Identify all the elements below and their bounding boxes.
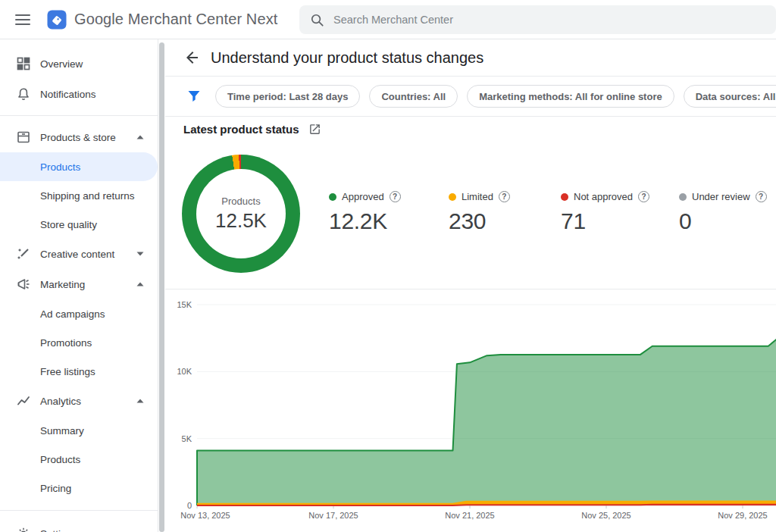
product-status-donut-chart[interactable]: Products 12.5K — [182, 155, 300, 273]
legend-item-approved: Approved ? 12.2K — [329, 191, 401, 234]
page-title: Understand your product status changes — [211, 49, 483, 67]
help-icon[interactable]: ? — [756, 191, 767, 202]
sidebar-item-free-listings[interactable]: Free listings — [0, 357, 158, 386]
filter-chip-countries[interactable]: Countries: All — [369, 85, 458, 108]
sidebar-item-shipping-and-returns[interactable]: Shipping and returns — [0, 181, 158, 210]
sidebar-item-summary[interactable]: Summary — [0, 416, 158, 445]
sidebar-item-creative-content[interactable]: Creative content — [0, 239, 158, 269]
vertical-scrollbar[interactable] — [159, 42, 164, 532]
svg-text:15K: 15K — [177, 300, 192, 309]
svg-text:Nov 13, 2025: Nov 13, 2025 — [180, 511, 230, 520]
divider — [165, 116, 776, 117]
help-icon[interactable]: ? — [638, 191, 649, 202]
sidebar-item-label: Settings — [40, 528, 77, 532]
sidebar-item-label: Summary — [40, 425, 84, 437]
app-title: Google Merchant Center Next — [74, 11, 277, 28]
store-box-icon — [17, 130, 30, 144]
sidebar-item-products-and-store[interactable]: Products & store — [0, 122, 158, 152]
svg-text:Nov 17, 2025: Nov 17, 2025 — [308, 511, 358, 520]
filter-chip-time-period[interactable]: Time period: Last 28 days — [215, 85, 360, 108]
limited-dot-icon — [449, 193, 456, 201]
filter-chip-data-sources[interactable]: Data sources: All — [684, 85, 776, 108]
search-bar[interactable] — [299, 5, 776, 34]
sidebar-item-settings[interactable]: Settings — [0, 518, 158, 532]
svg-text:Nov 21, 2025: Nov 21, 2025 — [445, 511, 494, 520]
back-arrow-icon[interactable] — [183, 49, 202, 67]
menu-icon[interactable] — [15, 14, 30, 25]
merchant-center-logo-icon — [47, 10, 67, 30]
sidebar-item-label: Store quality — [40, 219, 97, 230]
sidebar-item-analytics-products[interactable]: Products — [0, 445, 158, 474]
sidebar-item-ad-campaigns[interactable]: Ad campaigns — [0, 299, 158, 328]
svg-text:5K: 5K — [182, 434, 192, 443]
sidebar-item-analytics[interactable]: Analytics — [0, 386, 158, 416]
donut-center: Products 12.5K — [196, 169, 286, 258]
sidebar-item-store-quality[interactable]: Store quality — [0, 210, 158, 239]
sidebar-item-label: Shipping and returns — [40, 190, 135, 202]
sidebar-nav: Overview Notifications Products & store … — [0, 39, 158, 532]
magic-pen-icon — [17, 247, 30, 261]
bell-icon — [17, 87, 30, 101]
top-app-bar: Google Merchant Center Next — [0, 0, 776, 39]
page-header: Understand your product status changes — [165, 39, 776, 76]
legend-value: 230 — [449, 208, 510, 234]
legend-value: 12.2K — [329, 208, 401, 234]
sidebar-item-label: Products — [40, 454, 80, 465]
sidebar-item-marketing[interactable]: Marketing — [0, 269, 158, 299]
svg-text:Nov 25, 2025: Nov 25, 2025 — [581, 511, 630, 520]
under-review-dot-icon — [679, 193, 687, 201]
sidebar-item-overview[interactable]: Overview — [0, 49, 158, 79]
sidebar-divider — [0, 510, 158, 511]
filter-chip-marketing-methods[interactable]: Marketing methods: All for online store — [467, 85, 674, 108]
chevron-up-icon[interactable] — [135, 132, 146, 142]
sidebar-item-label: Free listings — [40, 366, 95, 377]
sidebar-divider — [0, 115, 158, 116]
svg-text:Nov 29, 2025: Nov 29, 2025 — [718, 511, 767, 520]
chevron-up-icon[interactable] — [135, 396, 146, 406]
line-chart-icon — [17, 394, 30, 408]
legend-item-under-review: Under review ? 0 — [679, 191, 767, 234]
sidebar-item-label: Promotions — [40, 337, 92, 349]
sidebar-item-promotions[interactable]: Promotions — [0, 328, 158, 357]
svg-text:0: 0 — [187, 501, 192, 510]
sidebar-item-label: Ad campaigns — [40, 308, 105, 320]
legend-item-limited: Limited ? 230 — [449, 191, 510, 234]
not-approved-dot-icon — [561, 193, 568, 201]
section-header: Latest product status — [183, 123, 321, 136]
sidebar-item-label: Products & store — [40, 132, 116, 143]
sidebar-item-label: Marketing — [40, 279, 85, 290]
legend-label: Under review — [692, 191, 750, 202]
sidebar-item-label: Notifications — [40, 89, 96, 100]
section-title: Latest product status — [183, 123, 299, 136]
help-icon[interactable]: ? — [390, 191, 401, 202]
open-in-new-icon[interactable] — [308, 123, 321, 136]
filter-bar: Time period: Last 28 days Countries: All… — [165, 77, 776, 116]
legend-value: 71 — [561, 208, 649, 234]
legend-item-not-approved: Not approved ? 71 — [561, 191, 649, 234]
donut-center-label: Products — [221, 196, 260, 207]
sidebar-item-pricing[interactable]: Pricing — [0, 474, 158, 502]
status-over-time-chart-area[interactable]: 05K10K15KNov 13, 2025Nov 17, 2025Nov 21,… — [165, 289, 776, 532]
legend-label: Limited — [462, 191, 493, 202]
megaphone-icon — [17, 277, 30, 291]
help-icon[interactable]: ? — [499, 191, 510, 202]
sidebar-item-label: Creative content — [40, 249, 114, 260]
legend-value: 0 — [679, 208, 767, 234]
sidebar-item-notifications[interactable]: Notifications — [0, 79, 158, 109]
chevron-down-icon[interactable] — [135, 249, 146, 259]
svg-text:10K: 10K — [177, 367, 192, 376]
donut-center-value: 12.5K — [215, 209, 267, 233]
filter-icon[interactable] — [186, 89, 202, 104]
gear-icon — [17, 527, 30, 532]
dashboard-icon — [17, 57, 30, 70]
legend-label: Approved — [342, 191, 384, 202]
sidebar-item-label: Analytics — [40, 396, 81, 407]
main-content: Understand your product status changes T… — [165, 39, 776, 532]
search-input[interactable] — [333, 14, 728, 26]
sidebar-item-products[interactable]: Products — [0, 152, 158, 181]
sidebar-item-label: Overview — [40, 58, 83, 70]
approved-dot-icon — [329, 193, 336, 201]
status-area-chart[interactable]: 05K10K15KNov 13, 2025Nov 17, 2025Nov 21,… — [165, 289, 776, 532]
sidebar-item-label: Pricing — [40, 483, 71, 494]
chevron-up-icon[interactable] — [135, 279, 146, 289]
